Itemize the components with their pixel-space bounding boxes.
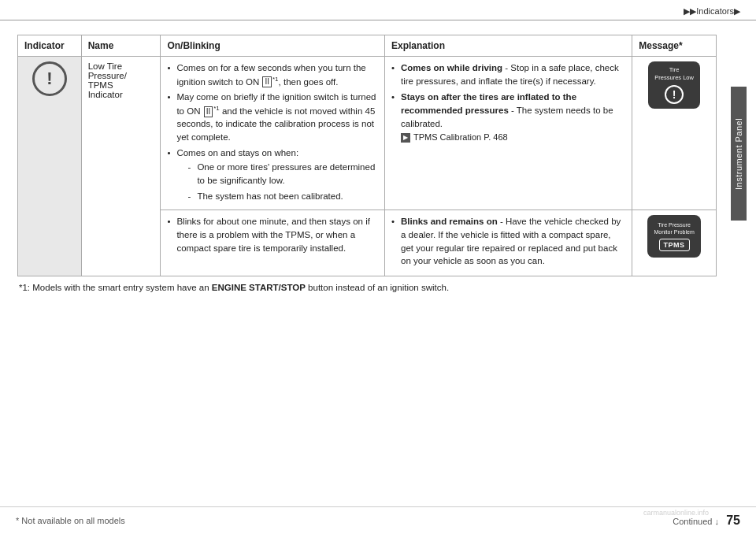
- table-header-row: Indicator Name On/Blinking Explanation M…: [18, 35, 717, 57]
- tire-pressure-low-icon: !: [665, 85, 684, 104]
- explanation-top-list: Comes on while driving - Stop in a safe …: [391, 61, 625, 144]
- indicator-name: Low TirePressure/TPMSIndicator: [88, 61, 127, 99]
- explanation-bottom-item-1: Blinks and remains on - Have the vehicle…: [391, 215, 625, 268]
- footnote: *1: Models with the smart entry system h…: [17, 283, 717, 292]
- explanation-item-2: Stays on after the tires are inflated to…: [391, 91, 625, 144]
- table-row-top: ! Low TirePressure/TPMSIndicator Comes o…: [18, 57, 717, 210]
- col-header-message: Message*: [632, 35, 717, 57]
- onblinking-sub-2: The system has not been calibrated.: [184, 190, 378, 203]
- onblinking-item-1: Comes on for a few seconds when you turn…: [167, 61, 378, 88]
- onblinking-item-3: Comes on and stays on when: One or more …: [167, 146, 378, 203]
- explanation-bold-1: Comes on while driving: [401, 63, 502, 72]
- onblinking-sub-list: One or more tires' pressures are determi…: [176, 161, 378, 202]
- explanation-item-1: Comes on while driving - Stop in a safe …: [391, 61, 625, 87]
- explanation-bold-2: Stays on after the tires are inflated to…: [401, 92, 576, 115]
- footnote-star: *1:: [19, 283, 30, 292]
- footnote-text2: button instead of an ignition switch.: [308, 283, 449, 292]
- explanation-top-cell: Comes on while driving - Stop in a safe …: [385, 57, 632, 210]
- header-title: Indicators▶: [696, 6, 740, 17]
- book-icon: ▶: [401, 133, 410, 143]
- tire-pressure-icon: !: [32, 61, 67, 96]
- footer-note: * Not available on all models: [16, 516, 125, 525]
- col-header-indicator: Indicator: [18, 35, 82, 57]
- tire-pressure-low-badge: TirePressures Low !: [648, 61, 700, 109]
- explanation-bold-3: Blinks and remains on: [401, 217, 498, 226]
- onblinking-item-2: May come on briefly if the ignition swit…: [167, 91, 378, 144]
- explanation-bottom-cell: Blinks and remains on - Have the vehicle…: [385, 210, 632, 276]
- tpms-ref-text: TPMS Calibration P. 468: [413, 132, 508, 144]
- ignition-symbol-2: II: [204, 106, 213, 117]
- onblinking-sub-1: One or more tires' pressures are determi…: [184, 161, 378, 187]
- onblinking-bottom-item-1: Blinks for about one minute, and then st…: [167, 215, 378, 254]
- col-header-name: Name: [81, 35, 161, 57]
- message-top-cell: TirePressures Low !: [632, 57, 717, 210]
- tpms-badge-box: TPMS: [659, 239, 690, 251]
- page-header: ▶▶ Indicators▶: [0, 0, 756, 20]
- footnote-text1: Models with the smart entry system have …: [32, 283, 212, 292]
- onblinking-top-cell: Comes on for a few seconds when you turn…: [161, 57, 385, 210]
- col-header-onblinking: On/Blinking: [161, 35, 385, 57]
- header-arrows: ▶▶: [684, 6, 696, 17]
- onblinking-bottom-list: Blinks for about one minute, and then st…: [167, 215, 378, 254]
- indicator-table: Indicator Name On/Blinking Explanation M…: [17, 35, 717, 276]
- message-bottom-cell: Tire PressureMonitor Problem TPMS: [632, 210, 717, 276]
- indicator-name-cell: Low TirePressure/TPMSIndicator: [81, 57, 161, 276]
- tire-pressure-monitor-label: Tire PressureMonitor Problem: [654, 221, 694, 235]
- onblinking-top-list: Comes on for a few seconds when you turn…: [167, 61, 378, 202]
- onblinking-bottom-cell: Blinks for about one minute, and then st…: [161, 210, 385, 276]
- tire-pressure-low-label: TirePressures Low: [654, 66, 694, 82]
- ignition-symbol-1: II: [262, 76, 272, 87]
- watermark: carmanualonline.info: [643, 509, 709, 517]
- indicator-icon-cell: !: [18, 57, 82, 276]
- page-number: 75: [726, 514, 740, 527]
- sidebar-label: Instrument Panel: [731, 87, 747, 221]
- continued-text: Continued ↓: [673, 517, 719, 526]
- footnote-bold: ENGINE START/STOP: [212, 283, 306, 292]
- explanation-bottom-list: Blinks and remains on - Have the vehicle…: [391, 215, 625, 268]
- main-content: Indicator Name On/Blinking Explanation M…: [0, 20, 756, 303]
- tire-pressure-monitor-badge: Tire PressureMonitor Problem TPMS: [647, 215, 700, 258]
- col-header-explanation: Explanation: [385, 35, 632, 57]
- tpms-ref: ▶ TPMS Calibration P. 468: [401, 132, 625, 144]
